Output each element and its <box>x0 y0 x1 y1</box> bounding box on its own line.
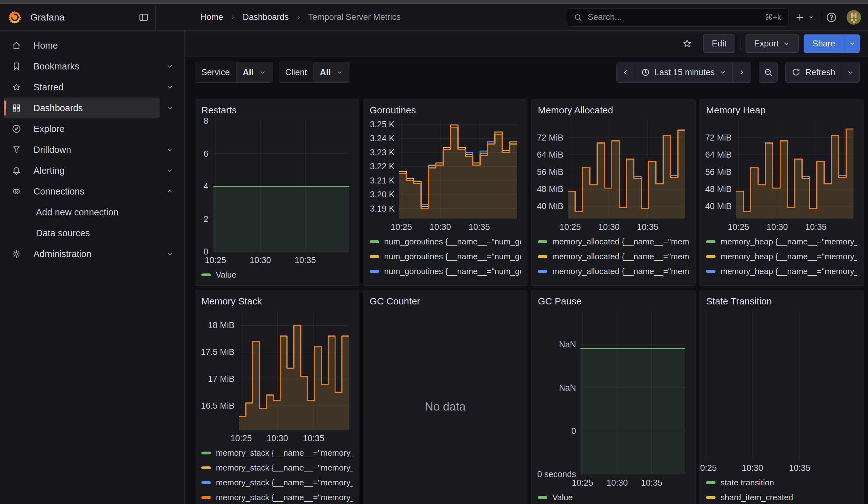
panel-title-gc_pause[interactable]: GC Pause <box>538 295 689 309</box>
favorite-star-button[interactable] <box>681 38 693 49</box>
y-axis-tick: 18 MiB <box>208 320 235 330</box>
variable-client-select[interactable]: All <box>314 62 350 82</box>
chart-canvas[interactable] <box>213 119 349 252</box>
plot-area[interactable] <box>580 310 685 474</box>
time-range-picker[interactable]: Last 15 minutes <box>635 62 733 82</box>
dashboard-controls-row: ServiceAllClientAll Last 15 minutes <box>185 57 868 83</box>
search-box[interactable]: ⌘+k <box>566 8 788 27</box>
y-axis-tick: 64 MiB <box>537 150 564 160</box>
share-button: Share <box>804 34 860 53</box>
divider <box>698 37 698 50</box>
plot-area[interactable] <box>568 119 685 218</box>
plug-icon <box>11 186 21 196</box>
home-icon <box>11 40 21 51</box>
search-input[interactable] <box>588 12 760 22</box>
time-shift-forward-button[interactable] <box>733 62 751 82</box>
legend-item[interactable]: num_goroutines {__name__="num_go <box>370 264 521 279</box>
panel-title-memory_stack[interactable]: Memory Stack <box>202 295 353 309</box>
breadcrumb-item: Temporal Server Metrics <box>308 12 401 22</box>
legend-item[interactable]: Value <box>538 490 689 504</box>
chart-canvas[interactable] <box>580 310 685 474</box>
legend-item[interactable]: Value <box>202 267 353 282</box>
legend-item[interactable]: memory_allocated {__name__="memo <box>538 234 689 249</box>
legend-item[interactable]: memory_heap {__name__="memory_h <box>706 249 857 264</box>
edit-button[interactable]: Edit <box>703 34 735 53</box>
sidebar-link-administration[interactable]: Administration <box>4 244 160 264</box>
sidebar-link-alerting[interactable]: Alerting <box>4 160 160 181</box>
legend: memory_allocated {__name__="memomemory_a… <box>538 233 689 282</box>
legend-item[interactable]: memory_allocated {__name__="memo <box>538 249 689 264</box>
sidebar-expand-alerting[interactable] <box>160 160 180 181</box>
variable-service-select[interactable]: All <box>236 62 273 82</box>
sidebar-item-home: Home <box>4 35 180 56</box>
chart-canvas[interactable] <box>706 310 854 460</box>
sidebar-link-explore[interactable]: Explore <box>4 119 180 139</box>
zoom-out-group <box>759 62 778 83</box>
legend-item[interactable]: memory_allocated {__name__="memo <box>538 279 689 282</box>
legend-item[interactable]: num_goroutines {__name__="num_go <box>370 234 521 249</box>
avatar[interactable] <box>847 10 861 25</box>
panel-title-restarts[interactable]: Restarts <box>202 104 353 117</box>
panel-title-goroutines[interactable]: Goroutines <box>370 104 521 117</box>
chart-canvas[interactable] <box>736 119 854 218</box>
chart-canvas[interactable] <box>239 310 349 430</box>
help-button[interactable] <box>825 11 837 23</box>
time-shift-back-button[interactable] <box>617 62 635 82</box>
panel-title-memory_heap[interactable]: Memory Heap <box>706 104 857 117</box>
chart-canvas[interactable] <box>399 119 517 218</box>
sidebar-expand-connections[interactable] <box>160 181 180 202</box>
share-button-main[interactable]: Share <box>804 34 844 53</box>
sidebar-link-add-new-connection[interactable]: Add new connection <box>4 202 180 223</box>
refresh-interval-toggle[interactable] <box>841 62 859 82</box>
legend-item[interactable]: num_goroutines {__name__="num_go <box>370 249 521 264</box>
breadcrumb-item[interactable]: Dashboards <box>243 12 289 22</box>
plot-area[interactable] <box>706 310 854 460</box>
panel-title-gc_counter[interactable]: GC Counter <box>370 295 521 309</box>
sidebar-link-data-sources[interactable]: Data sources <box>4 223 180 244</box>
chevron-down-icon <box>166 166 174 175</box>
y-axis-tick: 3.23 K <box>370 147 394 157</box>
sidebar-link-connections[interactable]: Connections <box>4 181 160 202</box>
share-dropdown-toggle[interactable] <box>844 34 860 53</box>
sidebar-link-home[interactable]: Home <box>4 35 180 56</box>
mega-menu-toggle-button[interactable] <box>138 12 149 23</box>
y-axis-tick: 56 MiB <box>705 167 732 177</box>
legend-item[interactable]: memory_allocated {__name__="memo <box>538 264 689 279</box>
new-button[interactable] <box>793 12 816 22</box>
legend-item[interactable]: memory_heap {__name__="memory_h <box>706 279 857 282</box>
legend-item[interactable]: num_goroutines {__name__="num_go <box>370 279 521 282</box>
breadcrumb-item[interactable]: Home <box>200 12 223 22</box>
sidebar-expand-starred[interactable] <box>160 77 180 97</box>
sidebar-link-starred[interactable]: Starred <box>4 77 160 97</box>
chart-gc_pause: 0 seconds0NaNNaN10:2510:3010:35 <box>538 310 689 488</box>
sidebar-expand-bookmarks[interactable] <box>160 56 180 77</box>
refresh-button[interactable]: Refresh <box>786 62 841 82</box>
legend-item[interactable]: state transition <box>706 475 857 490</box>
export-button[interactable]: Export <box>745 34 798 53</box>
legend-item[interactable]: memory_heap {__name__="memory_h <box>706 234 857 249</box>
chart-canvas[interactable] <box>568 119 685 218</box>
legend-item[interactable]: shard_item_created <box>706 490 857 504</box>
plot-area[interactable] <box>213 119 349 252</box>
sidebar-link-bookmarks[interactable]: Bookmarks <box>4 56 160 77</box>
panel-title-memory_allocated[interactable]: Memory Allocated <box>538 104 689 117</box>
legend-item[interactable]: memory_stack {__name__="memory_s <box>202 445 353 460</box>
panel-title-state_transition[interactable]: State Transition <box>706 295 857 309</box>
legend-item[interactable]: memory_stack {__name__="memory_s <box>202 490 353 504</box>
chevron-right-icon <box>738 68 746 76</box>
plot-area[interactable] <box>736 119 854 218</box>
plot-area[interactable] <box>239 310 349 430</box>
sidebar-link-dashboards[interactable]: Dashboards <box>4 97 160 119</box>
sidebar-expand-drilldown[interactable] <box>160 139 180 160</box>
legend-item[interactable]: memory_stack {__name__="memory_s <box>202 460 353 475</box>
sidebar-expand-administration[interactable] <box>160 244 180 264</box>
legend-item[interactable]: memory_stack {__name__="memory_s <box>202 475 353 490</box>
plot-area[interactable] <box>399 119 517 218</box>
brand[interactable]: Grafana <box>8 10 64 25</box>
sidebar-link-drilldown[interactable]: Drilldown <box>4 139 160 160</box>
zoom-out-button[interactable] <box>759 62 777 82</box>
legend-item[interactable]: memory_heap {__name__="memory_h <box>706 264 857 279</box>
y-axis-tick: 56 MiB <box>537 167 564 177</box>
x-axis: 10:2510:3010:35 <box>213 253 349 266</box>
sidebar-expand-dashboards[interactable] <box>160 97 180 119</box>
